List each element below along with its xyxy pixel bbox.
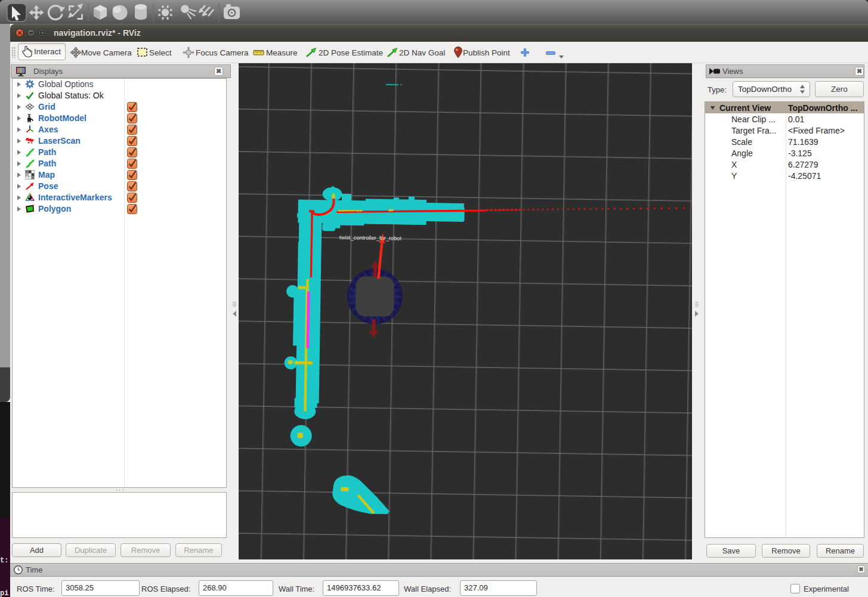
svg-text:twist_controller_for_robot: twist_controller_for_robot	[339, 234, 402, 242]
